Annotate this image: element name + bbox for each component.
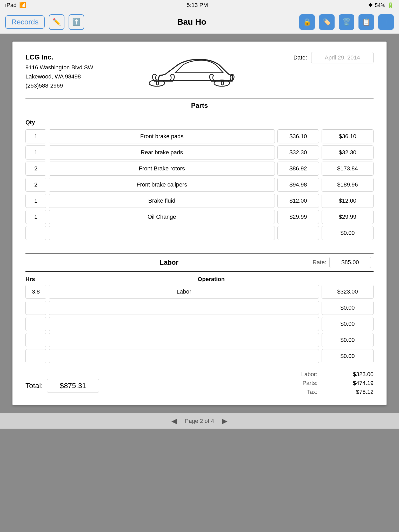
company-address1: 9116 Washington Blvd SW — [25, 63, 93, 72]
labor-summary-row: Labor: $323.00 — [301, 371, 374, 378]
qty-cell[interactable]: 1 — [25, 129, 46, 143]
parts-rows: 1 Front brake pads $36.10 $36.10 1 Rear … — [25, 129, 374, 240]
doc-header: LCG Inc. 9116 Washington Blvd SW Lakewoo… — [25, 52, 374, 90]
wifi-icon: 📶 — [19, 2, 26, 9]
qty-cell[interactable]: 2 — [25, 162, 46, 176]
qty-cell[interactable]: 1 — [25, 194, 46, 208]
total-cell[interactable]: $173.84 — [322, 162, 374, 176]
desc-cell[interactable]: Front brake calipers — [49, 178, 275, 192]
plus-icon: + — [384, 18, 388, 26]
op-cell[interactable] — [49, 301, 319, 315]
parts-row: 2 Front Brake rotors $86.92 $173.84 — [25, 162, 374, 176]
copy-button[interactable]: 📋 — [358, 14, 374, 30]
edit-icon: ✏️ — [52, 18, 61, 26]
labor-col-headers: Hrs Operation — [25, 276, 374, 283]
rate-label: Rate: — [312, 259, 326, 266]
op-cell[interactable] — [49, 333, 319, 347]
labor-section: Labor Rate: $85.00 Hrs Operation 3.8 Lab… — [25, 253, 374, 363]
desc-cell[interactable]: Brake fluid — [49, 194, 275, 208]
total-right: Labor: $323.00 Parts: $474.19 Tax: $78.1… — [301, 371, 374, 397]
price-cell[interactable]: $29.99 — [277, 210, 319, 224]
hrs-cell[interactable] — [25, 301, 46, 315]
qty-cell[interactable]: 1 — [25, 210, 46, 224]
hrs-cell[interactable] — [25, 333, 46, 347]
amount-cell[interactable]: $0.00 — [322, 349, 374, 363]
labor-rows: 3.8 Labor $323.00 $0.00 $0.00 $0.00 $0.0… — [25, 285, 374, 363]
total-cell[interactable]: $189.96 — [322, 178, 374, 192]
lock-button[interactable]: 🔒 — [299, 14, 315, 30]
hrs-cell[interactable] — [25, 349, 46, 363]
op-cell[interactable] — [49, 349, 319, 363]
date-label: Date: — [293, 54, 307, 61]
total-cell[interactable]: $32.30 — [322, 145, 374, 159]
bluetooth-icon: ✱ — [368, 2, 373, 8]
status-bar: iPad 📶 5:13 PM ✱ 54% 🔋 — [0, 0, 399, 10]
company-phone: (253)588-2969 — [25, 81, 93, 90]
hrs-cell[interactable] — [25, 317, 46, 331]
company-name: LCG Inc. — [25, 52, 93, 63]
parts-row: 1 Front brake pads $36.10 $36.10 — [25, 129, 374, 143]
trash-button[interactable]: 🗑️ — [339, 14, 354, 30]
status-time: 5:13 PM — [187, 2, 208, 9]
qty-cell[interactable] — [25, 226, 46, 240]
desc-cell[interactable] — [49, 226, 275, 240]
labor-summary-value: $323.00 — [322, 371, 374, 378]
price-cell[interactable]: $86.92 — [277, 162, 319, 176]
tax-summary-row: Tax: $78.12 — [301, 389, 374, 395]
parts-row: 2 Front brake calipers $94.98 $189.96 — [25, 178, 374, 192]
total-value[interactable]: $875.31 — [47, 379, 99, 393]
op-cell[interactable]: Labor — [49, 285, 319, 299]
labor-rate-group: Rate: $85.00 — [312, 257, 371, 268]
price-cell[interactable]: $94.98 — [277, 178, 319, 192]
amount-cell[interactable]: $0.00 — [322, 333, 374, 347]
desc-cell[interactable]: Front Brake rotors — [49, 162, 275, 176]
labor-row: $0.00 — [25, 301, 374, 315]
svg-rect-3 — [221, 81, 223, 85]
tag-button[interactable]: 🏷️ — [319, 14, 335, 30]
trash-icon: 🗑️ — [342, 18, 351, 26]
rate-value[interactable]: $85.00 — [329, 257, 371, 268]
price-cell[interactable]: $36.10 — [277, 129, 319, 143]
total-cell[interactable]: $12.00 — [322, 194, 374, 208]
status-left: iPad 📶 — [5, 2, 26, 9]
amount-cell[interactable]: $323.00 — [322, 285, 374, 299]
labor-row: $0.00 — [25, 349, 374, 363]
copy-icon: 📋 — [362, 18, 370, 26]
totals-section: Total: $875.31 Labor: $323.00 Parts: $47… — [25, 371, 374, 397]
next-page-button[interactable]: ▶ — [222, 417, 228, 425]
price-cell[interactable] — [277, 226, 319, 240]
hrs-cell[interactable]: 3.8 — [25, 285, 46, 299]
page-indicator: Page 2 of 4 — [185, 418, 214, 424]
parts-summary-value: $474.19 — [322, 380, 374, 387]
amount-cell[interactable]: $0.00 — [322, 301, 374, 315]
battery-label: 54% — [375, 2, 385, 8]
desc-cell[interactable]: Rear brake pads — [49, 145, 275, 159]
edit-button[interactable]: ✏️ — [49, 14, 64, 30]
desc-cell[interactable]: Oil Change — [49, 210, 275, 224]
qty-cell[interactable]: 1 — [25, 145, 46, 159]
share-button[interactable]: ⬆️ — [69, 14, 84, 30]
share-icon: ⬆️ — [72, 18, 81, 26]
qty-cell[interactable]: 2 — [25, 178, 46, 192]
total-cell[interactable]: $0.00 — [322, 226, 374, 240]
op-cell[interactable] — [49, 317, 319, 331]
amount-cell[interactable]: $0.00 — [322, 317, 374, 331]
toolbar: Records ✏️ ⬆️ Bau Ho 🔒 🏷️ 🗑️ 📋 + — [0, 10, 399, 34]
total-cell[interactable]: $29.99 — [322, 210, 374, 224]
price-cell[interactable]: $12.00 — [277, 194, 319, 208]
total-cell[interactable]: $36.10 — [322, 129, 374, 143]
date-box[interactable]: April 29, 2014 — [311, 52, 374, 63]
records-button[interactable]: Records — [5, 15, 45, 29]
desc-cell[interactable]: Front brake pads — [49, 129, 275, 143]
toolbar-right: 🔒 🏷️ 🗑️ 📋 + — [299, 14, 394, 30]
price-cell[interactable]: $32.30 — [277, 145, 319, 159]
ipad-label: iPad — [5, 2, 17, 9]
labor-title-row: Labor Rate: $85.00 — [25, 253, 374, 272]
parts-row: 1 Brake fluid $12.00 $12.00 — [25, 194, 374, 208]
total-label: Total: — [25, 382, 43, 390]
prev-page-button[interactable]: ◀ — [171, 417, 177, 425]
car-logo — [93, 52, 294, 88]
parts-row: 1 Oil Change $29.99 $29.99 — [25, 210, 374, 224]
add-button[interactable]: + — [378, 14, 394, 30]
parts-summary-row: Parts: $474.19 — [301, 380, 374, 387]
